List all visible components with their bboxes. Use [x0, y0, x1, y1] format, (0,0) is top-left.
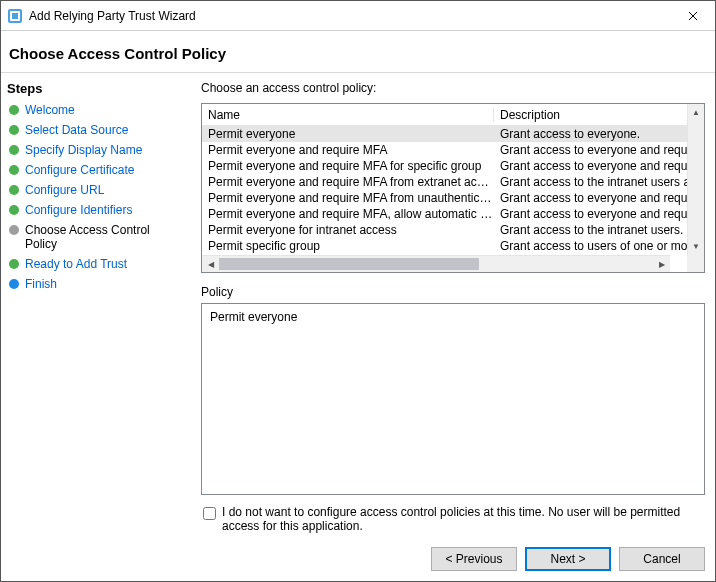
window-title: Add Relying Party Trust Wizard [29, 9, 671, 23]
button-row: < Previous Next > Cancel [201, 543, 705, 573]
step-label[interactable]: Welcome [25, 103, 75, 117]
policy-name-cell: Permit everyone and require MFA for spec… [202, 159, 494, 173]
step-bullet-icon [9, 125, 19, 135]
step-item[interactable]: Finish [5, 274, 187, 294]
policy-desc-cell: Grant access to users of one or more [494, 239, 687, 253]
policy-desc-cell: Grant access to the intranet users. [494, 223, 687, 237]
policy-desc-cell: Grant access to everyone and requir [494, 207, 687, 221]
step-label[interactable]: Configure Certificate [25, 163, 134, 177]
policy-desc-cell: Grant access to everyone and requir [494, 191, 687, 205]
scroll-corner [687, 255, 704, 272]
step-label[interactable]: Finish [25, 277, 57, 291]
next-button[interactable]: Next > [525, 547, 611, 571]
policy-list-container: Name Description Permit everyoneGrant ac… [201, 103, 705, 273]
scroll-down-icon[interactable]: ▼ [688, 238, 704, 255]
step-bullet-icon [9, 259, 19, 269]
policy-list[interactable]: Name Description Permit everyoneGrant ac… [201, 103, 705, 273]
step-label[interactable]: Specify Display Name [25, 143, 142, 157]
step-item[interactable]: Configure Identifiers [5, 200, 187, 220]
policy-desc-cell: Grant access to everyone and requir [494, 159, 687, 173]
step-bullet-icon [9, 225, 19, 235]
wizard-window: Add Relying Party Trust Wizard Choose Ac… [0, 0, 716, 582]
scroll-up-icon[interactable]: ▲ [688, 104, 704, 121]
page-header: Choose Access Control Policy [1, 31, 715, 72]
skip-checkbox[interactable] [203, 507, 216, 520]
step-item[interactable]: Specify Display Name [5, 140, 187, 160]
column-header-name[interactable]: Name [202, 108, 494, 122]
step-bullet-icon [9, 185, 19, 195]
step-bullet-icon [9, 105, 19, 115]
vertical-scrollbar[interactable]: ▲ ▼ [687, 104, 704, 272]
step-item[interactable]: Configure Certificate [5, 160, 187, 180]
step-label[interactable]: Ready to Add Trust [25, 257, 127, 271]
step-bullet-icon [9, 165, 19, 175]
titlebar: Add Relying Party Trust Wizard [1, 1, 715, 31]
policy-row[interactable]: Permit everyoneGrant access to everyone. [202, 126, 687, 142]
step-item[interactable]: Select Data Source [5, 120, 187, 140]
policy-name-cell: Permit specific group [202, 239, 494, 253]
step-label: Choose Access Control Policy [25, 223, 185, 251]
policy-desc-cell: Grant access to everyone and requir [494, 143, 687, 157]
policy-row[interactable]: Permit everyone and require MFA, allow a… [202, 206, 687, 222]
policy-name-cell: Permit everyone and require MFA from una… [202, 191, 494, 205]
scroll-left-icon[interactable]: ◀ [202, 260, 219, 269]
policy-row[interactable]: Permit everyone and require MFAGrant acc… [202, 142, 687, 158]
steps-sidebar: Steps WelcomeSelect Data SourceSpecify D… [1, 73, 191, 581]
policy-row[interactable]: Permit specific groupGrant access to use… [202, 238, 687, 254]
step-bullet-icon [9, 145, 19, 155]
policy-row[interactable]: Permit everyone for intranet accessGrant… [202, 222, 687, 238]
column-header-description[interactable]: Description [494, 108, 687, 122]
wizard-body: Steps WelcomeSelect Data SourceSpecify D… [1, 73, 715, 581]
policy-detail-text: Permit everyone [210, 310, 297, 324]
policy-row[interactable]: Permit everyone and require MFA for spec… [202, 158, 687, 174]
horizontal-scrollbar[interactable]: ◀ ▶ [202, 255, 670, 272]
step-item[interactable]: Configure URL [5, 180, 187, 200]
policy-detail-box: Permit everyone [201, 303, 705, 495]
policy-name-cell: Permit everyone and require MFA, allow a… [202, 207, 494, 221]
policy-row[interactable]: Permit everyone and require MFA from una… [202, 190, 687, 206]
cancel-button[interactable]: Cancel [619, 547, 705, 571]
policy-label: Policy [201, 273, 705, 303]
previous-button[interactable]: < Previous [431, 547, 517, 571]
scroll-right-icon[interactable]: ▶ [653, 260, 670, 269]
skip-option-row: I do not want to configure access contro… [201, 495, 705, 543]
policy-row[interactable]: Permit everyone and require MFA from ext… [202, 174, 687, 190]
policy-desc-cell: Grant access to everyone. [494, 127, 687, 141]
step-item[interactable]: Welcome [5, 100, 187, 120]
policy-name-cell: Permit everyone and require MFA from ext… [202, 175, 494, 189]
step-label[interactable]: Configure URL [25, 183, 104, 197]
close-button[interactable] [671, 1, 715, 31]
policy-desc-cell: Grant access to the intranet users ar [494, 175, 687, 189]
main-pane: Choose an access control policy: Name De… [191, 73, 715, 581]
step-item[interactable]: Ready to Add Trust [5, 254, 187, 274]
policy-name-cell: Permit everyone and require MFA [202, 143, 494, 157]
steps-title: Steps [5, 79, 187, 100]
step-item: Choose Access Control Policy [5, 220, 187, 254]
app-icon [7, 8, 23, 24]
step-bullet-icon [9, 205, 19, 215]
skip-checkbox-label[interactable]: I do not want to configure access contro… [222, 505, 705, 533]
step-bullet-icon [9, 279, 19, 289]
step-label[interactable]: Select Data Source [25, 123, 128, 137]
hscroll-thumb[interactable] [219, 258, 479, 270]
step-label[interactable]: Configure Identifiers [25, 203, 132, 217]
policy-name-cell: Permit everyone for intranet access [202, 223, 494, 237]
column-headers[interactable]: Name Description [202, 104, 687, 126]
svg-rect-2 [12, 13, 18, 19]
policy-name-cell: Permit everyone [202, 127, 494, 141]
instruction-text: Choose an access control policy: [201, 79, 705, 103]
